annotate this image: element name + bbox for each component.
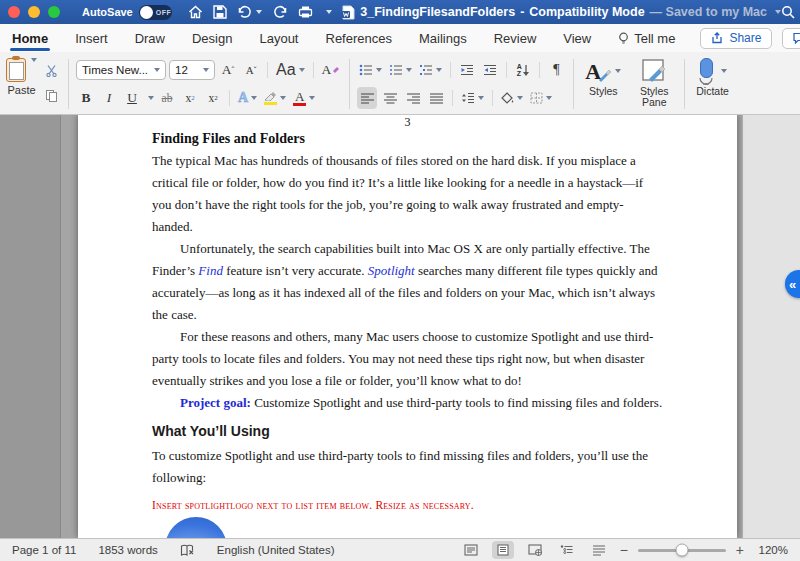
tab-mailings[interactable]: Mailings [417, 26, 469, 50]
font-name-chevron-icon[interactable] [154, 68, 160, 72]
change-case-button[interactable]: Aa [274, 59, 307, 81]
align-left-button[interactable] [357, 87, 377, 109]
font-size-combobox[interactable]: 12 [169, 60, 215, 80]
paragraph-group: AZ ¶ [357, 56, 566, 112]
highlight-color-button[interactable] [262, 87, 288, 109]
undo-dropdown-chevron-icon[interactable] [256, 10, 262, 14]
dictate-group: Dictate [692, 56, 733, 112]
save-icon[interactable] [213, 5, 227, 19]
tab-insert[interactable]: Insert [73, 26, 110, 50]
tab-view[interactable]: View [561, 26, 593, 50]
doc-line: Finder’s Find feature isn’t very accurat… [152, 260, 672, 282]
page-info[interactable]: Page 1 of 11 [12, 544, 76, 556]
clear-formatting-button[interactable]: A [320, 59, 343, 81]
styles-button[interactable]: A Styles [581, 56, 625, 112]
italic-button[interactable]: I [99, 87, 119, 109]
word-count[interactable]: 1853 words [98, 544, 157, 556]
zoom-slider[interactable] [638, 549, 726, 552]
cut-icon[interactable] [41, 59, 61, 81]
increase-indent-button[interactable] [480, 59, 500, 81]
title-separator: - [520, 5, 524, 19]
strikethrough-button[interactable]: ab [157, 87, 177, 109]
copy-icon[interactable] [41, 84, 61, 106]
paste-clipboard-icon [6, 58, 26, 82]
search-icon[interactable] [781, 5, 795, 19]
autosave-toggle[interactable]: OFF [139, 5, 173, 20]
paste-dropdown-chevron-icon[interactable] [31, 58, 37, 62]
underline-button[interactable]: U [122, 87, 142, 109]
font-size-chevron-icon[interactable] [203, 68, 209, 72]
show-paragraph-marks-button[interactable]: ¶ [546, 59, 566, 81]
underline-chevron-icon[interactable] [148, 96, 154, 100]
decrease-indent-button[interactable] [457, 59, 477, 81]
doc-red: Insert spotlightlogo next to list item b… [152, 498, 672, 512]
draft-view-button[interactable] [588, 541, 610, 559]
undo-icon[interactable] [237, 5, 262, 19]
line-spacing-button[interactable] [459, 87, 486, 109]
spellcheck-icon[interactable] [180, 544, 195, 557]
home-icon[interactable] [188, 5, 203, 19]
shrink-font-button[interactable]: Aˇ [241, 59, 261, 81]
language-status[interactable]: English (United States) [217, 544, 335, 556]
zoom-out-button[interactable]: − [620, 542, 628, 558]
doc-line: following: [152, 467, 672, 489]
lightbulb-icon [618, 32, 629, 46]
align-right-button[interactable] [403, 87, 423, 109]
autosave-toggle-knob [140, 6, 153, 19]
print-icon[interactable] [298, 5, 313, 19]
toolbar-customize-chevron-icon[interactable] [326, 10, 332, 14]
saved-status[interactable]: — Saved to my Mac [650, 5, 767, 19]
tab-tell-me[interactable]: Tell me [616, 26, 677, 50]
web-layout-view-button[interactable] [524, 541, 546, 559]
bold-button[interactable]: B [76, 87, 96, 109]
redo-icon[interactable] [272, 5, 288, 19]
focus-view-button[interactable] [460, 541, 482, 559]
comments-button[interactable]: Comments [782, 28, 800, 49]
minimize-window-button[interactable] [28, 6, 40, 18]
justify-button[interactable] [426, 87, 446, 109]
spotlight-logo-image[interactable] [165, 517, 227, 538]
word-window: AutoSave OFF 3_Fin [0, 0, 800, 561]
text-effects-button[interactable]: A [236, 87, 259, 109]
tab-design[interactable]: Design [190, 26, 234, 50]
print-layout-view-button[interactable] [492, 541, 514, 559]
subscript-button[interactable]: x2 [180, 87, 200, 109]
numbering-button[interactable] [387, 59, 414, 81]
outline-view-button[interactable] [556, 541, 578, 559]
tab-draw[interactable]: Draw [133, 26, 167, 50]
tab-home[interactable]: Home [10, 26, 50, 50]
doc-line: handed. [152, 216, 672, 238]
sort-button[interactable]: AZ [513, 59, 533, 81]
zoom-in-button[interactable]: + [736, 542, 744, 558]
grow-font-button[interactable]: Aˆ [218, 59, 238, 81]
window-title: 3_FindingFilesandFolders - Compatibility… [342, 5, 781, 20]
font-color-button[interactable]: A [291, 87, 317, 109]
zoom-slider-handle[interactable] [675, 544, 688, 557]
share-button[interactable]: Share [700, 28, 772, 49]
font-group: Times New... 12 Aˆ Aˇ Aa A B I U ab x2 x… [76, 56, 342, 112]
paste-button[interactable]: Paste [6, 58, 37, 96]
borders-button[interactable] [528, 87, 554, 109]
window-controls [8, 6, 60, 18]
shading-button[interactable] [499, 87, 525, 109]
bullets-button[interactable] [357, 59, 384, 81]
close-window-button[interactable] [8, 6, 20, 18]
multilevel-list-button[interactable] [417, 59, 444, 81]
superscript-button[interactable]: x2 [203, 87, 223, 109]
font-name-combobox[interactable]: Times New... [76, 60, 166, 80]
zoom-level[interactable]: 120% [754, 544, 788, 556]
tab-layout[interactable]: Layout [257, 26, 300, 50]
styles-pane-button[interactable]: Styles Pane [631, 56, 677, 112]
doc-line: you don’t have the right tools for the j… [152, 194, 672, 216]
align-center-button[interactable] [380, 87, 400, 109]
tab-review[interactable]: Review [492, 26, 539, 50]
zoom-window-button[interactable] [48, 6, 60, 18]
tab-references[interactable]: References [324, 26, 394, 50]
dictate-button[interactable]: Dictate [692, 56, 733, 112]
share-icon [711, 32, 724, 44]
status-bar: Page 1 of 11 1853 words English (United … [0, 538, 800, 561]
doc-content: Finding Files and FoldersThe typical Mac… [152, 128, 672, 512]
doc-line: Project goal: Customize Spotlight and us… [152, 392, 672, 414]
right-scroll-gutter[interactable] [742, 115, 800, 538]
document-page[interactable]: 3 Finding Files and FoldersThe typical M… [78, 115, 737, 538]
